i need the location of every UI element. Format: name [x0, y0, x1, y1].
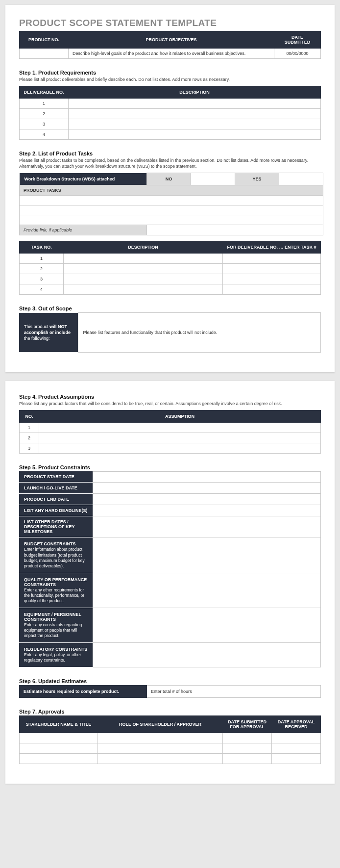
- assump-text[interactable]: [39, 422, 321, 433]
- deliverable-no[interactable]: 2: [20, 109, 69, 119]
- step2-title: Step 2. List of Product Tasks: [19, 151, 321, 156]
- task-desc[interactable]: [64, 274, 223, 284]
- deliverable-desc[interactable]: [69, 99, 321, 109]
- task-desc[interactable]: [64, 284, 223, 295]
- step3-title: Step 3. Out of Scope: [19, 306, 321, 311]
- constraint-label: LIST ANY HARD DEADLINE(S): [19, 505, 93, 516]
- oos-label-pre: This product: [24, 324, 49, 329]
- product-task-row[interactable]: [20, 215, 323, 225]
- deliverable-no[interactable]: 4: [20, 129, 69, 140]
- appr-role[interactable]: [98, 743, 223, 754]
- oos-text[interactable]: Please list features and functionality t…: [78, 313, 321, 352]
- wbs-yes-label: YES: [235, 173, 279, 185]
- constraint-input[interactable]: [93, 494, 321, 505]
- appr-name[interactable]: [20, 743, 98, 754]
- task-h2: DESCRIPTION: [64, 241, 223, 254]
- constraint-input[interactable]: [93, 642, 321, 667]
- constraints-table: PRODUCT START DATE LAUNCH / GO-LIVE DATE…: [19, 471, 321, 667]
- step2-subtitle: Please list all product tasks to be comp…: [19, 157, 321, 169]
- appr-role[interactable]: [98, 733, 223, 743]
- task-table: TASK NO. DESCRIPTION FOR DELIVERABLE NO.…: [19, 241, 321, 295]
- task-deliv[interactable]: [223, 284, 321, 295]
- appr-date-rec[interactable]: [272, 733, 321, 743]
- constraint-label: LAUNCH / GO-LIVE DATE: [19, 483, 93, 494]
- wbs-link-input[interactable]: [147, 225, 323, 235]
- appr-date-sub[interactable]: [223, 754, 272, 764]
- constraint-label: PRODUCT END DATE: [19, 494, 93, 505]
- constraint-input[interactable]: [93, 608, 321, 642]
- task-no[interactable]: 3: [20, 274, 64, 284]
- step1-title: Step 1. Product Requirements: [19, 70, 321, 76]
- estimate-input[interactable]: Enter total # of hours: [147, 686, 321, 698]
- constraint-input[interactable]: [93, 505, 321, 516]
- step4-subtitle: Please list any product factors that wil…: [19, 401, 321, 407]
- step1-h2: DESCRIPTION: [69, 86, 321, 99]
- step6-title: Step 6. Updated Estimates: [19, 678, 321, 684]
- constraint-input[interactable]: [93, 516, 321, 537]
- wbs-yes-input[interactable]: [279, 173, 323, 185]
- assump-h2: ASSUMPTION: [39, 410, 321, 422]
- appr-date-rec[interactable]: [272, 754, 321, 764]
- deliverable-desc[interactable]: [69, 109, 321, 119]
- appr-name[interactable]: [20, 754, 98, 764]
- product-task-row[interactable]: [20, 205, 323, 215]
- task-no[interactable]: 1: [20, 254, 64, 264]
- step4-title: Step 4. Product Assumptions: [19, 394, 321, 400]
- step5-title: Step 5. Product Constraints: [19, 464, 321, 470]
- assump-no[interactable]: 1: [20, 422, 39, 433]
- task-h3: FOR DELIVERABLE NO. … ENTER TASK #: [223, 241, 321, 254]
- assump-text[interactable]: [39, 443, 321, 453]
- wbs-link-label: Provide link, if applicable: [20, 225, 147, 235]
- assump-h1: NO.: [20, 410, 39, 422]
- task-desc[interactable]: [64, 254, 223, 264]
- constraint-label: EQUIPMENT / PERSONNEL CONSTRAINTSEnter a…: [19, 608, 93, 642]
- product-no-input[interactable]: [20, 49, 69, 59]
- task-deliv[interactable]: [223, 254, 321, 264]
- appr-date-sub[interactable]: [223, 733, 272, 743]
- header-table: PRODUCT NO. PRODUCT OBJECTIVES DATE SUBM…: [19, 31, 321, 59]
- estimates-table: Estimate hours required to complete prod…: [19, 685, 321, 698]
- assump-no[interactable]: 2: [20, 433, 39, 443]
- out-of-scope-table: This product will NOT accomplish or incl…: [19, 312, 321, 352]
- appr-role[interactable]: [98, 754, 223, 764]
- constraint-input[interactable]: [93, 537, 321, 573]
- appr-h2: ROLE OF STAKEHOLDER / APPROVER: [98, 716, 223, 733]
- step1-table: DELIVERABLE NO. DESCRIPTION 1 2 3 4: [19, 86, 321, 140]
- constraint-label: QUALITY OR PERFORMANCE CONSTRAINTSEnter …: [19, 573, 93, 608]
- task-desc[interactable]: [64, 264, 223, 274]
- assump-no[interactable]: 3: [20, 443, 39, 453]
- step7-title: Step 7. Approvals: [19, 709, 321, 715]
- estimate-label: Estimate hours required to complete prod…: [20, 686, 147, 698]
- appr-date-sub[interactable]: [223, 743, 272, 754]
- assumptions-table: NO. ASSUMPTION 1 2 3: [19, 410, 321, 454]
- deliverable-desc[interactable]: [69, 119, 321, 129]
- task-no[interactable]: 4: [20, 284, 64, 295]
- product-tasks-header: PRODUCT TASKS: [20, 185, 323, 196]
- appr-name[interactable]: [20, 733, 98, 743]
- appr-h3: DATE SUBMITTED FOR APPROVAL: [223, 716, 272, 733]
- document-title: PRODUCT SCOPE STATEMENT TEMPLATE: [19, 18, 321, 28]
- approvals-table: STAKEHOLDER NAME & TITLE ROLE OF STAKEHO…: [19, 715, 321, 764]
- date-submitted-value[interactable]: 00/00/0000: [274, 49, 321, 59]
- deliverable-desc[interactable]: [69, 129, 321, 140]
- wbs-label: Work Breakdown Structure (WBS) attached: [20, 173, 147, 185]
- task-no[interactable]: 2: [20, 264, 64, 274]
- appr-date-rec[interactable]: [272, 743, 321, 754]
- step1-subtitle: Please list all product deliverables and…: [19, 77, 321, 82]
- task-deliv[interactable]: [223, 264, 321, 274]
- oos-label: This product will NOT accomplish or incl…: [19, 313, 78, 352]
- page-2: Step 4. Product Assumptions Please list …: [5, 381, 335, 784]
- task-deliv[interactable]: [223, 274, 321, 284]
- constraint-input[interactable]: [93, 471, 321, 483]
- constraint-input[interactable]: [93, 483, 321, 494]
- assump-text[interactable]: [39, 433, 321, 443]
- constraint-label: REGULATORY CONSTRAINTSEnter any legal, p…: [19, 642, 93, 667]
- objectives-text[interactable]: Describe high-level goals of the product…: [69, 49, 274, 59]
- deliverable-no[interactable]: 3: [20, 119, 69, 129]
- wbs-no-input[interactable]: [191, 173, 235, 185]
- product-task-row[interactable]: [20, 196, 323, 205]
- header-product-no: PRODUCT NO.: [20, 31, 69, 49]
- header-date-submitted: DATE SUBMITTED: [274, 31, 321, 49]
- constraint-input[interactable]: [93, 573, 321, 608]
- deliverable-no[interactable]: 1: [20, 99, 69, 109]
